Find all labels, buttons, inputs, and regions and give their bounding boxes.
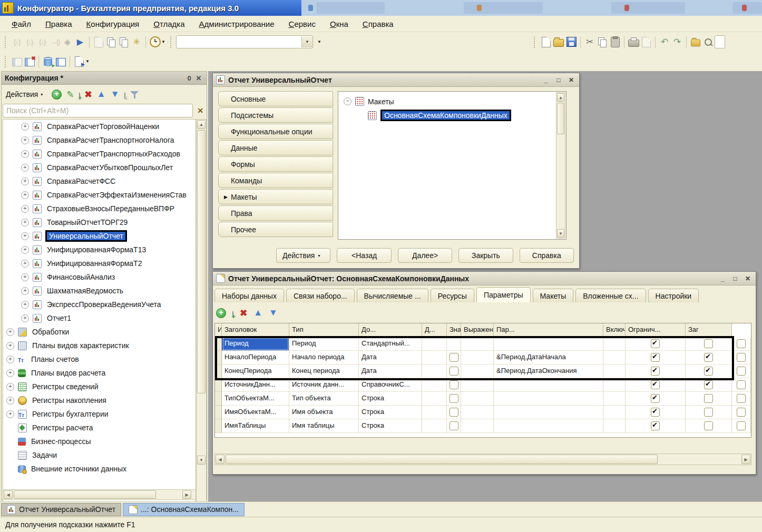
d-cell[interactable]	[447, 419, 461, 433]
tree-item-label[interactable]: Задачи	[31, 450, 58, 460]
dcs-template-label[interactable]: ОсновнаяСхемаКомпоновкиДанных	[380, 110, 511, 121]
move-up-icon[interactable]: ▲	[97, 89, 106, 100]
expander-icon[interactable]: +	[21, 287, 29, 295]
row-header-cell[interactable]	[215, 406, 222, 419]
include-cell[interactable]	[626, 364, 686, 378]
toolbar-grip[interactable]	[534, 36, 537, 48]
scroll-down-icon[interactable]: ▼	[557, 229, 564, 238]
row-header-cell[interactable]	[215, 351, 222, 364]
include-cell[interactable]	[626, 378, 686, 392]
help-button[interactable]: Справка	[520, 248, 574, 263]
checkbox-icon[interactable]	[450, 353, 458, 362]
run-debug-icon[interactable]: ▶	[74, 36, 86, 48]
dialog-tab[interactable]: ▶ Данные	[218, 140, 333, 155]
checkbox-icon[interactable]	[651, 394, 660, 403]
dialog-tab[interactable]: ▶ Основные	[218, 91, 333, 106]
available-cell[interactable]	[422, 351, 447, 364]
menu-item[interactable]: Отладка	[153, 19, 184, 28]
header-cell[interactable]: Начало периода	[289, 351, 359, 364]
tree-item-label[interactable]: Отчет1	[45, 313, 73, 323]
include-cell[interactable]	[626, 419, 686, 433]
menu-item[interactable]: Файл	[12, 19, 31, 28]
dcs-tab[interactable]: Связи наборо...	[286, 289, 355, 302]
copy-icon[interactable]	[598, 37, 607, 47]
header-cell[interactable]: Имя объекта	[289, 406, 359, 419]
edit-icon[interactable]: ✎	[66, 89, 74, 100]
dialog-tab[interactable]: ▶ Функциональные опции	[218, 124, 333, 139]
checkbox-icon[interactable]	[704, 421, 713, 430]
type-cell[interactable]: Дата	[359, 364, 422, 378]
param-cell[interactable]	[603, 364, 626, 378]
copy-parameter-icon[interactable]	[232, 308, 233, 318]
scroll-up-icon[interactable]: ▲	[557, 93, 564, 102]
dialog-tab[interactable]: ▶ Прочее	[218, 222, 333, 237]
window-doc-icon[interactable]	[107, 37, 115, 47]
expander-icon[interactable]: +	[6, 369, 14, 377]
window-doc2-icon[interactable]	[120, 37, 128, 47]
dcs-tab[interactable]: Вычисляемые ...	[357, 289, 428, 302]
tree-item-label[interactable]: ЭкспрессПроверкаВеденияУчета	[45, 300, 163, 309]
checkbox-icon[interactable]	[651, 367, 660, 376]
expander-icon[interactable]: +	[6, 356, 14, 363]
debug-step-over-icon[interactable]: {↓}	[36, 36, 48, 48]
undo-icon[interactable]: ↶	[658, 36, 671, 48]
tree-item-label[interactable]: Планы видов расчета	[30, 368, 107, 378]
tree-item[interactable]: + ФинансовыйАнализ	[3, 270, 196, 284]
delete-parameter-icon[interactable]: ✖	[240, 308, 247, 319]
scroll-right-icon[interactable]: ▶	[182, 490, 191, 499]
tree-item-label[interactable]: Бизнес-процессы	[30, 437, 92, 446]
dialog-tab[interactable]: ▶ Команды	[218, 173, 333, 188]
toolbar-grip[interactable]	[5, 36, 8, 48]
checkbox-icon[interactable]	[450, 367, 458, 376]
scroll-thumb[interactable]	[14, 490, 156, 499]
scroll-thumb[interactable]	[557, 103, 564, 134]
template-doc-icon[interactable]	[94, 37, 103, 47]
expander-icon[interactable]: +	[21, 301, 29, 309]
expander-icon[interactable]: +	[21, 246, 29, 254]
close-button[interactable]: Закрыть	[458, 248, 513, 263]
next-button[interactable]: Далее>	[398, 248, 452, 263]
include-cell[interactable]	[626, 351, 686, 364]
checkbox-icon[interactable]	[450, 408, 458, 417]
debug-breakpoint-icon[interactable]: ◈	[61, 36, 74, 48]
dialog-tab[interactable]: ▶ Права	[218, 205, 333, 221]
expander-icon[interactable]: +	[6, 328, 14, 336]
checkbox-icon[interactable]	[737, 394, 746, 403]
header-cell[interactable]: Источник данн...	[289, 378, 359, 392]
checkbox-icon[interactable]	[651, 353, 660, 362]
dcs-tab[interactable]: Настройки	[648, 289, 699, 302]
type-cell[interactable]: Строка	[359, 406, 422, 419]
value-cell[interactable]	[461, 351, 494, 364]
checkbox-icon[interactable]	[651, 408, 660, 417]
include-cell[interactable]	[626, 392, 686, 406]
param-cell[interactable]	[603, 419, 626, 433]
search-input[interactable]	[3, 106, 192, 115]
tree-item-label[interactable]: Регистры сведений	[31, 382, 100, 391]
paste-icon[interactable]	[611, 37, 620, 47]
tree-item-label[interactable]: Планы счетов	[30, 354, 81, 364]
update-db-config-icon[interactable]	[44, 58, 52, 66]
tree-item[interactable]: + УниверсальныйОтчет	[3, 229, 196, 243]
value-cell[interactable]	[461, 392, 494, 406]
type-cell[interactable]: Дата	[359, 351, 422, 364]
maximize-icon[interactable]: □	[554, 76, 563, 84]
tree-item[interactable]: + Регистры бухгалтерии	[3, 407, 196, 421]
header-cell[interactable]: Период	[289, 337, 359, 351]
param-cell[interactable]	[603, 351, 626, 364]
include-cell[interactable]	[626, 406, 686, 419]
expander-icon[interactable]: +	[21, 260, 29, 268]
search-icon[interactable]	[705, 38, 712, 46]
new-document-icon[interactable]	[542, 37, 551, 47]
tree-item[interactable]: + СправкаРасчетЭффектаИзмененияСтав	[3, 188, 196, 202]
tree-item[interactable]: + Отчет1	[3, 311, 196, 325]
tree-item-label[interactable]: СправкаРасчетУбытковПрошлыхЛет	[45, 163, 174, 172]
type-cell[interactable]: СправочникС...	[359, 378, 422, 392]
column-header[interactable]: Пар...	[494, 323, 603, 337]
checkbox-icon[interactable]	[450, 394, 458, 403]
tree-item[interactable]: + Внешние источники данных	[3, 462, 196, 476]
checkbox-icon[interactable]	[704, 408, 713, 417]
dcs-tab[interactable]: Наборы данных	[214, 289, 284, 302]
name-cell[interactable]: ИмяОбъектаМ...	[222, 406, 289, 419]
param-cell[interactable]	[603, 378, 626, 392]
tree-item-label[interactable]: Регистры накопления	[31, 396, 108, 405]
